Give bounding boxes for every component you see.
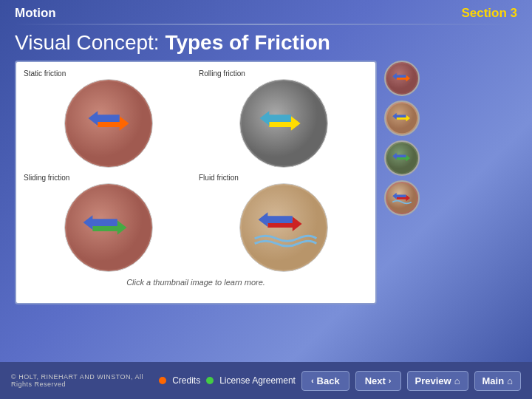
thumb3-svg [386,142,418,174]
header-divider [15,24,517,25]
section-label: Section 3 [461,6,517,21]
next-button[interactable]: Next › [355,371,401,391]
license-button[interactable]: License Agreement [219,375,296,386]
main-button[interactable]: Main ⌂ [474,371,521,391]
thumb4-svg [386,182,418,214]
copyright-text: © HOLT, RINEHART AND WINSTON, All Rights… [11,373,153,388]
thumbnail-2[interactable] [384,100,420,136]
back-button[interactable]: ‹ Back [301,371,349,391]
rolling-label: Rolling friction [199,69,245,78]
preview-home-icon: ⌂ [454,375,460,386]
friction-item-sliding[interactable]: Sliding friction [24,174,193,272]
static-label: Static friction [24,69,66,78]
credits-dot [159,377,166,384]
fluid-svg [240,184,327,271]
main-label: Main [482,375,505,386]
static-circle[interactable] [64,79,153,168]
header: Motion Section 3 [0,0,532,24]
next-label: Next [365,375,386,386]
thumb2-svg [386,102,418,134]
page-title: Visual Concept: Types of Friction [15,31,517,55]
friction-item-fluid[interactable]: Fluid friction [199,174,368,272]
thumbnails-panel [384,61,420,216]
friction-item-static[interactable]: Static friction [24,69,193,168]
subject-label: Motion [15,6,56,21]
thumbnail-3[interactable] [384,140,420,176]
fluid-circle[interactable] [239,183,328,272]
diagram-caption: Click a thumbnail image to learn more. [126,278,265,287]
thumbnail-1[interactable] [384,61,420,96]
credits-button[interactable]: Credits [172,375,200,386]
main-home-icon: ⌂ [507,375,513,386]
next-arrow-icon: › [389,376,392,385]
preview-label: Preview [415,375,451,386]
main-content: Static friction [0,61,532,304]
preview-button[interactable]: Preview ⌂ [407,371,468,391]
rolling-svg [240,80,327,167]
sliding-svg [65,184,152,271]
sliding-label: Sliding friction [24,174,69,182]
bottom-bar: © HOLT, RINEHART AND WINSTON, All Rights… [0,362,532,399]
license-dot [206,377,214,384]
title-prefix: Visual Concept: [15,31,165,54]
diagram-container: Static friction [15,61,377,304]
rolling-circle[interactable] [239,79,328,168]
friction-grid: Static friction [24,69,368,272]
thumb1-svg [386,62,418,95]
thumbnail-4[interactable] [384,180,420,216]
back-arrow-icon: ‹ [311,376,314,385]
sliding-circle[interactable] [64,183,153,272]
back-label: Back [317,375,340,386]
static-svg [65,80,152,167]
fluid-label: Fluid friction [199,174,239,182]
title-main: Types of Friction [165,31,330,54]
title-area: Visual Concept: Types of Friction [0,30,532,61]
friction-item-rolling[interactable]: Rolling friction [199,69,368,168]
